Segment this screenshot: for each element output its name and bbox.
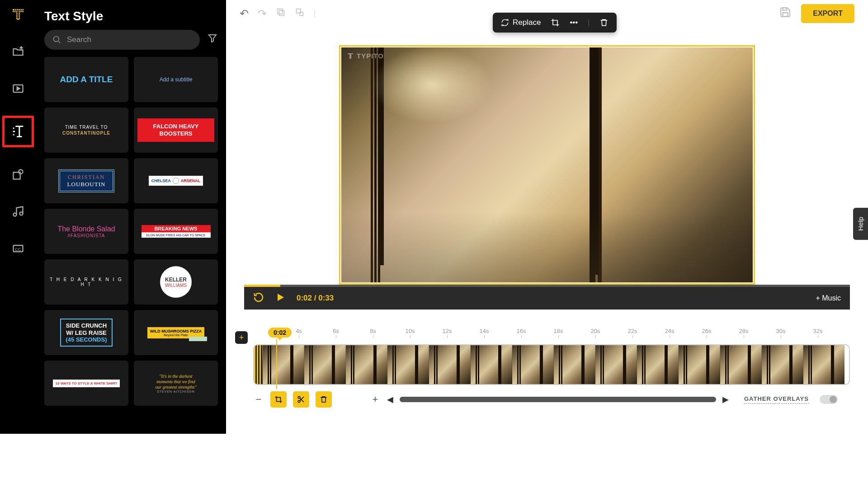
card-breaking[interactable]: BREAKING NEWSELON MUSK FIRES HIS CAR TO … bbox=[134, 209, 218, 254]
clip-thumb[interactable] bbox=[553, 345, 595, 384]
timeline: + 0:02 4s6s8s10s12s14s16s18s20s22s24s26s… bbox=[226, 310, 868, 408]
tl-crop-button[interactable] bbox=[270, 391, 287, 408]
overlays-label: GATHER OVERLAYS bbox=[744, 395, 809, 404]
card-chelsea[interactable]: CHELSEAARSENAL bbox=[134, 158, 218, 203]
card-falcon[interactable]: FALCON HEAVY BOOSTERS bbox=[134, 108, 218, 153]
card-dark-knight[interactable]: T H E D A R K K N I G H T bbox=[44, 259, 128, 305]
timeline-scrollbar[interactable] bbox=[400, 397, 716, 402]
timeline-ruler[interactable]: 4s6s8s10s12s14s16s18s20s22s24s26s28s30s3… bbox=[253, 328, 850, 334]
card-quote[interactable]: "It's in the darkestmoments that we find… bbox=[134, 361, 218, 406]
ruler-tick: 12s bbox=[429, 328, 466, 334]
undo-button[interactable]: ↶ bbox=[240, 7, 249, 20]
svg-point-4 bbox=[20, 212, 23, 215]
text-style-grid: ADD A TITLE Add a subtitle TIME TRAVEL T… bbox=[36, 57, 226, 406]
delete-button[interactable] bbox=[599, 18, 609, 27]
svg-point-15 bbox=[298, 400, 300, 403]
copy-button[interactable] bbox=[276, 7, 286, 20]
search-box[interactable] bbox=[44, 30, 200, 50]
play-button[interactable] bbox=[275, 292, 286, 305]
svg-rect-9 bbox=[278, 9, 283, 14]
tl-split-button[interactable] bbox=[293, 391, 309, 408]
add-scene-button[interactable]: + bbox=[235, 331, 248, 344]
music-icon[interactable] bbox=[8, 202, 28, 221]
paste-button[interactable] bbox=[295, 7, 305, 20]
card-add-subtitle[interactable]: Add a subtitle bbox=[134, 57, 218, 102]
clip-thumb[interactable] bbox=[387, 345, 429, 384]
app-sidebar: CC bbox=[0, 0, 36, 434]
card-add-title[interactable]: ADD A TITLE bbox=[44, 57, 128, 102]
clip-handle-left[interactable] bbox=[254, 345, 262, 384]
search-icon bbox=[52, 35, 61, 44]
ruler-tick: 8s bbox=[354, 328, 392, 334]
card-time-travel[interactable]: TIME TRAVEL TOCONSTANTINOPLE bbox=[44, 108, 128, 153]
card-crunch[interactable]: SIDE CRUNCHW/ LEG RAISE(45 SECONDS) bbox=[44, 310, 128, 355]
preview-canvas[interactable]: TYPITO bbox=[339, 45, 755, 285]
time-display: 0:02 / 0:33 bbox=[297, 294, 334, 303]
overlays-toggle[interactable] bbox=[820, 395, 838, 404]
clip-thumb[interactable] bbox=[678, 345, 720, 384]
filter-icon[interactable] bbox=[207, 33, 218, 47]
ruler-tick: 14s bbox=[466, 328, 503, 334]
panel-title: Text Style bbox=[36, 0, 226, 30]
clip-thumb[interactable] bbox=[262, 345, 304, 384]
svg-rect-12 bbox=[783, 8, 787, 10]
card-blonde[interactable]: The Blonde Salad#FASHIONISTA bbox=[44, 209, 128, 254]
logo-icon[interactable] bbox=[8, 5, 28, 24]
shapes-icon[interactable] bbox=[8, 164, 28, 184]
card-louboutin[interactable]: CHRISTIANLOUBOUTIN bbox=[44, 158, 128, 203]
svg-point-14 bbox=[298, 396, 300, 399]
card-ghost[interactable]: 10 WAYS TO STYLE A WHITE SHIRT bbox=[44, 361, 128, 406]
clip-thumb[interactable] bbox=[761, 345, 803, 384]
restart-button[interactable] bbox=[253, 292, 264, 305]
watermark: TYPITO bbox=[347, 52, 384, 60]
playhead-line[interactable] bbox=[276, 339, 277, 389]
clip-thumb[interactable] bbox=[304, 345, 345, 384]
clip-thumb[interactable] bbox=[429, 345, 470, 384]
preview-video-frame: TYPITO bbox=[341, 47, 753, 282]
captions-icon[interactable]: CC bbox=[8, 239, 28, 258]
ruler-tick: 22s bbox=[614, 328, 651, 334]
player-controls: 0:02 / 0:33 + Music bbox=[244, 287, 850, 310]
zoom-out-button[interactable]: − bbox=[253, 394, 264, 405]
clip-strip[interactable] bbox=[253, 344, 850, 385]
card-mushrooms[interactable]: WILD MUSHROOMS PIZZABeyond the Plate bbox=[134, 310, 218, 355]
import-icon[interactable] bbox=[8, 42, 28, 61]
export-button[interactable]: EXPORT bbox=[801, 4, 854, 23]
add-music-button[interactable]: + Music bbox=[816, 294, 841, 302]
editor-main: ↶ ↷ | EXPORT Replace ••• | TYPITO 0:02 /… bbox=[226, 0, 868, 434]
step-back-button[interactable]: ◀ bbox=[387, 394, 393, 404]
ruler-tick: 24s bbox=[651, 328, 688, 334]
clip-thumb[interactable] bbox=[637, 345, 678, 384]
crop-button[interactable] bbox=[551, 18, 560, 27]
text-icon[interactable] bbox=[2, 116, 34, 147]
tl-delete-button[interactable] bbox=[316, 391, 332, 408]
clip-thumb[interactable] bbox=[470, 345, 512, 384]
svg-point-3 bbox=[14, 213, 17, 216]
ruler-tick: 10s bbox=[392, 328, 429, 334]
ruler-tick: 26s bbox=[688, 328, 725, 334]
zoom-in-button[interactable]: + bbox=[370, 394, 381, 405]
card-keller[interactable]: KELLERWILLIAMS bbox=[134, 259, 218, 305]
clip-thumb[interactable] bbox=[720, 345, 761, 384]
svg-rect-13 bbox=[783, 13, 788, 17]
clip-thumb[interactable] bbox=[512, 345, 553, 384]
replace-button[interactable]: Replace bbox=[501, 18, 541, 27]
help-tab[interactable]: Help bbox=[853, 208, 868, 240]
svg-point-7 bbox=[54, 37, 59, 42]
clip-thumb[interactable] bbox=[595, 345, 637, 384]
playhead-label[interactable]: 0:02 bbox=[268, 328, 292, 338]
templates-icon[interactable] bbox=[8, 79, 28, 99]
search-input[interactable] bbox=[67, 35, 192, 44]
ruler-tick: 6s bbox=[317, 328, 354, 334]
ruler-tick: 18s bbox=[540, 328, 577, 334]
ruler-tick: 32s bbox=[799, 328, 836, 334]
save-icon[interactable] bbox=[779, 6, 791, 21]
clip-thumb[interactable] bbox=[345, 345, 387, 384]
redo-button[interactable]: ↷ bbox=[258, 7, 267, 20]
step-fwd-button[interactable]: ▶ bbox=[722, 394, 729, 404]
text-style-panel: Text Style ADD A TITLE Add a subtitle TI… bbox=[36, 0, 226, 434]
clip-thumb[interactable] bbox=[803, 345, 844, 384]
ruler-tick: 28s bbox=[725, 328, 762, 334]
more-button[interactable]: ••• bbox=[570, 18, 578, 27]
svg-rect-8 bbox=[279, 10, 284, 15]
